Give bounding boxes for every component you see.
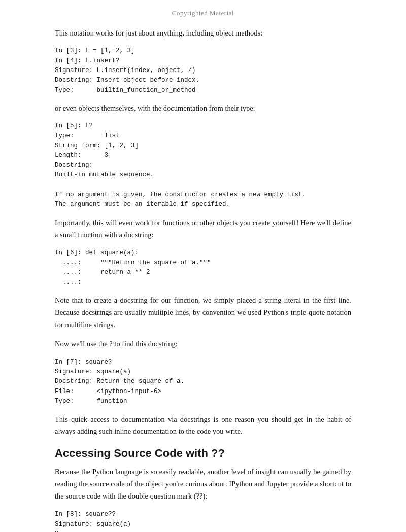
body-text-4: This quick access to documentation via d… bbox=[55, 414, 351, 438]
content-area: This notation works for just about anyth… bbox=[0, 22, 406, 532]
code-block-1: In [3]: L = [1, 2, 3] In [4]: L.insert? … bbox=[55, 46, 351, 95]
page-container: Copyrighted Material This notation works… bbox=[0, 0, 406, 532]
code-block-5: In [8]: square?? Signature: square(a) So… bbox=[55, 510, 351, 532]
body-text-5: Because the Python language is so easily… bbox=[55, 466, 351, 503]
body-text-2: Note that to create a docstring for our … bbox=[55, 295, 351, 331]
intro-paragraph: This notation works for just about anyth… bbox=[55, 27, 351, 39]
code-block-3: In [6]: def square(a): ....: """Return t… bbox=[55, 248, 351, 288]
section-heading: Accessing Source Code with ?? bbox=[55, 447, 351, 460]
watermark-top: Copyrighted Material bbox=[0, 0, 406, 22]
body-text-1: Importantly, this will even work for fun… bbox=[55, 217, 351, 241]
code-block-2: In [5]: L? Type: list String form: [1, 2… bbox=[55, 121, 351, 209]
body-text-3: Now we'll use the ? to find this docstri… bbox=[55, 338, 351, 350]
watermark-top-text: Copyrighted Material bbox=[172, 9, 234, 17]
mid-text-1: or even objects themselves, with the doc… bbox=[55, 102, 351, 114]
code-block-4: In [7]: square? Signature: square(a) Doc… bbox=[55, 358, 351, 407]
